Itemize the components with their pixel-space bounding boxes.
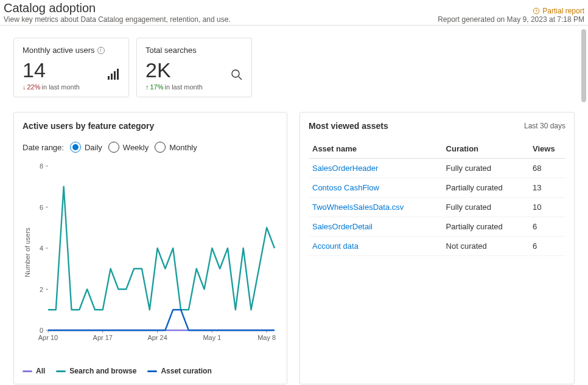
page-title: Catalog adoption <box>4 1 231 15</box>
table-row: Account dataNot curated6 <box>309 237 565 256</box>
kpi-label: Monthly active users <box>23 46 95 55</box>
panel-active-users-chart: Active users by feature category Date ra… <box>13 112 287 384</box>
panel-title: Active users by feature category <box>23 121 278 131</box>
svg-text:0: 0 <box>40 327 43 334</box>
kpi-trend: ↓ 22% in last month <box>23 83 120 91</box>
svg-text:Number of users: Number of users <box>24 227 31 277</box>
svg-text:Apr 17: Apr 17 <box>93 334 113 341</box>
line-chart: Number of users02468Apr 10Apr 17Apr 24Ma… <box>23 161 278 362</box>
date-range-label: Date range: <box>23 143 64 152</box>
table-row: SalesOrderHeaderFully curated68 <box>309 159 565 178</box>
table-row: SalesOrderDetailPartially curated6 <box>309 217 565 237</box>
vertical-scrollbar[interactable] <box>581 29 587 385</box>
col-curation[interactable]: Curation <box>443 139 529 159</box>
asset-curation: Not curated <box>443 237 529 256</box>
svg-rect-1 <box>108 76 110 80</box>
arrow-up-icon: ↑ <box>145 83 149 91</box>
partial-report-badge: Partial report <box>533 7 584 15</box>
clock-warning-icon <box>533 7 540 15</box>
panel-period: Last 30 days <box>524 122 565 130</box>
assets-table: Asset name Curation Views SalesOrderHead… <box>309 139 565 256</box>
kpi-trend: ↑ 17% in last month <box>145 83 243 91</box>
kpi-label: Total searches <box>145 46 197 55</box>
kpi-total-searches[interactable]: Total searches 2K ↑ 17% in last month <box>136 38 252 97</box>
asset-link[interactable]: TwoWheelsSalesData.csv <box>309 198 443 217</box>
asset-curation: Partially curated <box>443 178 529 198</box>
asset-curation: Fully curated <box>443 159 529 178</box>
asset-views: 13 <box>529 178 565 198</box>
asset-views: 6 <box>529 217 565 237</box>
svg-rect-4 <box>117 69 119 80</box>
legend-all[interactable]: All <box>23 367 45 375</box>
panel-most-viewed-assets: Most viewed assets Last 30 days Asset na… <box>299 112 575 384</box>
table-row: Contoso CashFlowPartially curated13 <box>309 178 565 198</box>
panel-title: Most viewed assets <box>309 121 388 131</box>
svg-text:May 8: May 8 <box>257 334 276 341</box>
svg-text:May 1: May 1 <box>203 334 221 341</box>
asset-link[interactable]: Contoso CashFlow <box>309 178 443 198</box>
arrow-down-icon: ↓ <box>23 83 26 91</box>
asset-link[interactable]: SalesOrderHeader <box>309 159 443 178</box>
radio-daily[interactable]: Daily <box>70 142 102 153</box>
asset-link[interactable]: Account data <box>309 237 443 256</box>
kpi-value: 14 <box>23 58 120 82</box>
radio-monthly[interactable]: Monthly <box>155 142 197 153</box>
col-asset-name[interactable]: Asset name <box>309 139 443 159</box>
svg-text:2: 2 <box>40 286 43 293</box>
svg-text:8: 8 <box>40 162 43 170</box>
svg-rect-3 <box>114 71 116 80</box>
info-icon[interactable]: i <box>97 47 105 54</box>
asset-views: 68 <box>529 159 565 178</box>
svg-rect-2 <box>111 74 113 80</box>
asset-views: 6 <box>529 237 565 256</box>
scrollbar-thumb[interactable] <box>581 29 586 102</box>
svg-text:4: 4 <box>40 245 43 252</box>
search-icon <box>231 69 243 83</box>
asset-curation: Fully curated <box>443 198 529 217</box>
asset-views: 10 <box>529 198 565 217</box>
legend-search[interactable]: Search and browse <box>56 367 136 375</box>
svg-text:Apr 24: Apr 24 <box>147 334 167 341</box>
kpi-monthly-active-users[interactable]: Monthly active users i 14 ↓ 22% in last … <box>13 38 129 97</box>
kpi-value: 2K <box>145 58 243 82</box>
asset-link[interactable]: SalesOrderDetail <box>309 217 443 237</box>
svg-text:6: 6 <box>40 204 43 211</box>
page-header: Catalog adoption View key metrics about … <box>0 0 588 26</box>
bar-chart-icon <box>108 69 120 82</box>
radio-weekly[interactable]: Weekly <box>108 142 149 153</box>
table-row: TwoWheelsSalesData.csvFully curated10 <box>309 198 565 217</box>
legend-curation[interactable]: Asset curation <box>147 367 211 375</box>
page-subtitle: View key metrics about Data Catalog enga… <box>4 15 231 24</box>
svg-point-5 <box>232 70 239 77</box>
report-generated-label: Report generated on May 9, 2023 at 7:18 … <box>438 15 584 24</box>
asset-curation: Partially curated <box>443 217 529 237</box>
col-views[interactable]: Views <box>529 139 565 159</box>
svg-text:Apr 10: Apr 10 <box>38 334 58 341</box>
